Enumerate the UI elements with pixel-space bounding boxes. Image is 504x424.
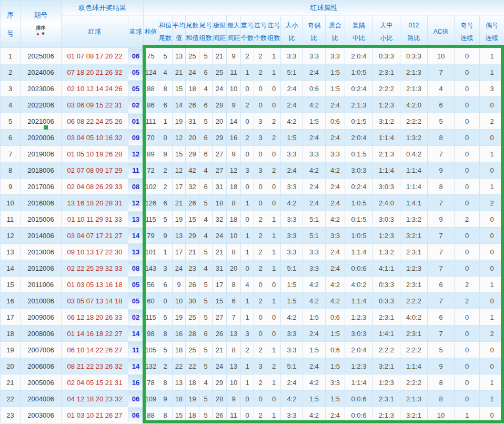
attr-value-cell: 1	[480, 146, 504, 162]
attr-value-cell: 1:4:1	[400, 195, 428, 211]
attr-value-cell: 15	[213, 293, 227, 309]
red-balls-cell: 09 10 13 17 22 30	[62, 244, 128, 260]
period-cell: 2017006	[21, 179, 62, 195]
attr-value-cell: 105	[144, 342, 158, 358]
attr-value-cell: 20	[227, 260, 241, 277]
period-cell: 2023006	[21, 81, 62, 97]
attr-value-cell: 6	[428, 309, 455, 326]
attr-value-cell: 15	[186, 211, 199, 228]
attr-value-cell: 0	[267, 309, 281, 326]
attr-value-cell: 9	[227, 48, 241, 64]
attr-value-cell: 31	[186, 113, 199, 130]
attr-value-cell: 1:5	[281, 277, 303, 293]
attr-value-cell: 2:3:1	[400, 277, 428, 293]
attr-value-cell: 2:3:1	[373, 309, 400, 326]
attr-value-cell: 1:5	[326, 358, 345, 374]
header-group-row: 序 号 期号 排序 ▲▼ 双色球开奖结果 红球属性	[1, 1, 504, 15]
period-cell: 2004006	[21, 391, 62, 407]
col-header-sum-tail: 和值尾数	[158, 15, 173, 48]
sort-desc-icon[interactable]: ▼	[41, 31, 46, 36]
attr-value-cell: 2:3:1	[400, 326, 428, 342]
attr-value-cell: 2:3:1	[400, 244, 428, 260]
attr-value-cell: 0	[455, 179, 480, 195]
attr-value-cell: 0:3:3	[373, 277, 400, 293]
attr-value-cell: 6	[158, 277, 173, 293]
table-row: 17200900606 12 18 20 26 3302115519255277…	[1, 309, 504, 326]
sort-asc-icon[interactable]: ▲	[36, 31, 41, 36]
serial-cell: 12	[1, 228, 21, 244]
attr-value-cell: 2:2:2	[400, 113, 428, 130]
period-cell: 2013006	[21, 244, 62, 260]
attr-value-cell: 102	[144, 179, 158, 195]
attr-value-cell: 4	[199, 162, 213, 179]
serial-header-gap	[1, 18, 20, 30]
attr-value-cell: 0:1:5	[345, 146, 373, 162]
attr-value-cell: 7	[428, 146, 455, 162]
attr-value-cell: 1	[241, 244, 254, 260]
col-header-repeat-skip-mid-ratio: 复隔中比	[345, 15, 373, 48]
serial-cell: 17	[1, 309, 21, 326]
attr-value-cell: 3:3	[303, 260, 326, 277]
attr-value-cell: 2:4	[326, 179, 345, 195]
attr-value-cell: 28	[186, 326, 199, 342]
attr-value-cell: 3:3	[281, 342, 303, 358]
attr-value-cell: 7	[428, 228, 455, 244]
blue-ball-cell: 16	[128, 374, 144, 391]
attr-value-cell: 0	[455, 244, 480, 260]
group-header-draw-result: 双色球开奖结果	[62, 1, 144, 15]
attr-value-cell: 5	[199, 195, 213, 211]
attr-value-cell: 5	[428, 342, 455, 358]
attr-value-cell: 0	[480, 228, 504, 244]
attr-value-cell: 28	[213, 97, 227, 113]
attr-value-cell: 0	[455, 358, 480, 374]
red-balls-cell: 01 14 16 18 22 27	[62, 326, 128, 342]
attr-value-cell: 7	[227, 309, 241, 326]
attr-value-cell: 1:0:5	[345, 64, 373, 81]
attr-value-cell: 1:2:3	[373, 374, 400, 391]
sort-control[interactable]: ▲▼	[21, 32, 61, 36]
blue-ball-cell: 14	[128, 326, 144, 342]
attr-value-cell: 1:5	[281, 130, 303, 146]
attr-value-cell: 9	[158, 391, 173, 407]
table-row: 1202500601 07 08 17 20 22067551325521922…	[1, 48, 504, 64]
blue-ball-cell: 12	[128, 195, 144, 211]
attr-value-cell: 1:2:3	[345, 309, 373, 326]
attr-value-cell: 2:1:3	[400, 391, 428, 407]
col-header-period[interactable]: 期号 排序 ▲▼	[21, 1, 62, 48]
attr-value-cell: 1:5	[326, 81, 345, 97]
attr-value-cell: 13	[173, 374, 186, 391]
attr-value-cell: 0:3:3	[373, 48, 400, 64]
red-balls-cell: 01 07 08 17 20 22	[62, 48, 128, 64]
red-ball-attributes-screen: 序 号 期号 排序 ▲▼ 双色球开奖结果 红球属性 红球 蓝球 和值和值尾数平均…	[0, 0, 504, 424]
attr-value-cell: 4:2	[303, 407, 326, 423]
attr-value-cell: 0	[455, 260, 480, 277]
col-header-repeat-count: 重号个数	[241, 15, 254, 48]
attr-value-cell: 8	[158, 326, 173, 342]
attr-value-cell: 0	[241, 113, 254, 130]
attr-value-cell: 0	[267, 391, 281, 407]
col-header-odd-even-ratio: 奇偶比	[303, 15, 326, 48]
attr-value-cell: 143	[144, 260, 158, 277]
attr-value-cell: 6	[158, 97, 173, 113]
table-row: 8201800602 07 08 09 17 29117221242427123…	[1, 162, 504, 179]
attr-value-cell: 2:4	[303, 326, 326, 342]
attr-value-cell: 1	[480, 391, 504, 407]
sort-label[interactable]: 排序	[21, 26, 61, 31]
attr-value-cell: 9	[428, 211, 455, 228]
period-cell: 2021006	[21, 113, 62, 130]
attr-value-cell: 6	[199, 97, 213, 113]
attr-value-cell: 21	[186, 244, 199, 260]
attr-value-cell: 2	[254, 260, 267, 277]
attr-value-cell: 13	[227, 358, 241, 374]
attr-value-cell: 1:3:2	[373, 244, 400, 260]
serial-cell: 23	[1, 407, 21, 423]
attr-value-cell: 2	[480, 326, 504, 342]
attr-value-cell: 4	[199, 374, 213, 391]
attr-value-cell: 0	[267, 146, 281, 162]
attr-value-cell: 4:2	[326, 277, 345, 293]
attr-value-cell: 1:5	[281, 293, 303, 309]
serial-header-line1: 序	[1, 12, 20, 18]
attr-value-cell: 0:0:6	[345, 407, 373, 423]
attr-value-cell: 3:3	[281, 326, 303, 342]
table-row: 10201600613 16 18 20 28 3112126621265188…	[1, 195, 504, 211]
